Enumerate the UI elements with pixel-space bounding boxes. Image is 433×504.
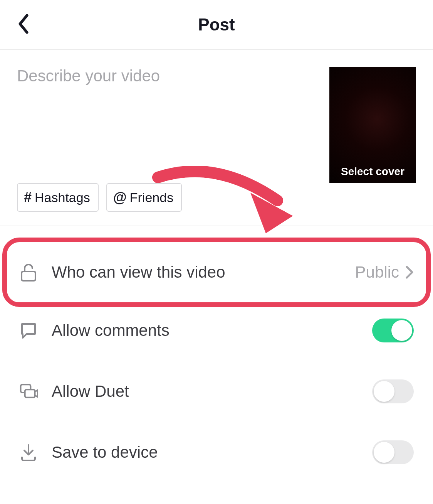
save-label: Save to device: [52, 443, 358, 462]
comments-row: Allow comments: [0, 300, 433, 361]
back-button[interactable]: [17, 14, 29, 35]
privacy-row[interactable]: Who can view this video Public: [0, 244, 433, 300]
comments-toggle[interactable]: [372, 319, 414, 342]
privacy-label: Who can view this video: [52, 263, 341, 281]
friends-label: Friends: [130, 190, 173, 205]
settings-list: Who can view this video Public Allow com…: [0, 226, 433, 504]
unlock-icon: [19, 263, 38, 281]
caption-placeholder: Describe your video: [17, 67, 320, 85]
at-icon: @: [113, 189, 127, 206]
duet-label: Allow Duet: [52, 382, 358, 401]
caption-input[interactable]: Describe your video: [17, 67, 320, 183]
friends-button[interactable]: @ Friends: [106, 183, 182, 212]
svg-rect-1: [25, 389, 35, 397]
chevron-left-icon: [17, 14, 29, 34]
header-bar: Post: [0, 0, 433, 50]
duet-row: Allow Duet: [0, 361, 433, 422]
download-icon: [19, 443, 38, 462]
page-title: Post: [198, 15, 235, 34]
duet-toggle[interactable]: [372, 379, 414, 403]
comment-icon: [19, 321, 38, 340]
hashtags-label: Hashtags: [35, 190, 90, 205]
hashtags-button[interactable]: # Hashtags: [17, 183, 99, 212]
duet-icon: [19, 382, 38, 401]
save-row: Save to device: [0, 422, 433, 483]
select-cover-label: Select cover: [329, 165, 416, 178]
compose-section: Describe your video Select cover # Hasht…: [0, 50, 433, 226]
privacy-value: Public: [355, 263, 399, 281]
chevron-right-icon: [405, 265, 414, 279]
hash-icon: #: [24, 189, 32, 206]
comments-label: Allow comments: [52, 321, 358, 340]
save-toggle[interactable]: [372, 440, 414, 464]
cover-thumbnail[interactable]: Select cover: [329, 67, 416, 183]
